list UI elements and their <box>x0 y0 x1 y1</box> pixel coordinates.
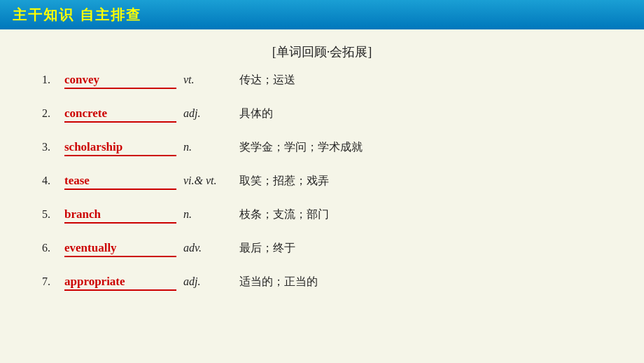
item-pos: n. <box>183 208 239 221</box>
item-word: branch <box>64 207 176 224</box>
vocab-item: 3.scholarshipn.奖学金；学问；学术成就 <box>42 140 602 170</box>
item-word: eventually <box>64 241 176 257</box>
item-number: 6. <box>42 242 64 254</box>
item-definition: 枝条；支流；部门 <box>239 207 602 222</box>
item-definition: 适当的；正当的 <box>239 275 602 289</box>
vocab-item: 7.appropriateadj.适当的；正当的 <box>42 275 602 304</box>
item-pos: n. <box>183 141 239 153</box>
header: 主干知识 自主排查 <box>0 0 644 29</box>
item-definition: 奖学金；学问；学术成就 <box>239 140 602 155</box>
item-number: 3. <box>42 141 64 153</box>
item-word: tease <box>64 174 176 190</box>
vocab-item: 1.conveyvt.传达；运送 <box>42 73 602 102</box>
vocab-item: 4.teasevi.& vt.取笑；招惹；戏弄 <box>42 174 602 203</box>
item-number: 5. <box>42 208 64 221</box>
item-number: 2. <box>42 107 64 120</box>
item-pos: adv. <box>183 242 239 254</box>
main-content: [单词回顾·会拓展] 1.conveyvt.传达；运送2.concreteadj… <box>0 29 644 363</box>
item-pos: adj. <box>183 107 239 120</box>
vocab-item: 5.branchn.枝条；支流；部门 <box>42 207 602 237</box>
item-number: 1. <box>42 74 64 86</box>
item-definition: 传达；运送 <box>239 73 602 88</box>
item-word: concrete <box>64 107 176 123</box>
item-word: appropriate <box>64 275 176 291</box>
item-pos: vi.& vt. <box>183 174 239 187</box>
item-pos: vt. <box>183 74 239 86</box>
item-definition: 最后；终于 <box>239 241 602 256</box>
section-title: [单词回顾·会拓展] <box>42 43 602 60</box>
vocab-list: 1.conveyvt.传达；运送2.concreteadj.具体的3.schol… <box>42 73 602 304</box>
vocab-item: 6.eventuallyadv.最后；终于 <box>42 241 602 270</box>
item-number: 4. <box>42 174 64 187</box>
item-word: convey <box>64 73 176 89</box>
vocab-item: 2.concreteadj.具体的 <box>42 107 602 136</box>
item-definition: 具体的 <box>239 107 602 121</box>
item-word: scholarship <box>64 140 176 156</box>
item-pos: adj. <box>183 275 239 288</box>
header-title: 主干知识 自主排查 <box>13 6 141 25</box>
item-number: 7. <box>42 275 64 288</box>
item-definition: 取笑；招惹；戏弄 <box>239 174 602 189</box>
